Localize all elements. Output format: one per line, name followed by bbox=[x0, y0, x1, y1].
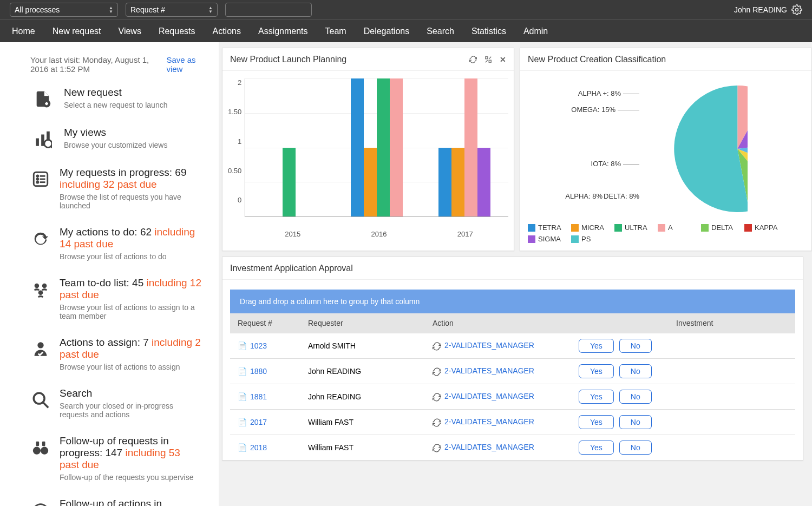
bar-sigma-2017[interactable] bbox=[477, 148, 490, 217]
no-button[interactable]: No bbox=[619, 415, 652, 429]
document-icon: 📄 bbox=[238, 443, 247, 452]
nav-assignments[interactable]: Assignments bbox=[250, 27, 317, 36]
request-link[interactable]: 2017 bbox=[250, 418, 267, 426]
nav-team[interactable]: Team bbox=[317, 27, 355, 36]
save-as-view-link[interactable]: Save as view bbox=[166, 55, 202, 74]
document-icon: 📄 bbox=[238, 418, 247, 426]
gear-icon[interactable] bbox=[791, 4, 802, 15]
bar-ultra-2016[interactable] bbox=[377, 78, 390, 216]
request-link[interactable]: 1023 bbox=[250, 341, 267, 350]
request-link[interactable]: 1880 bbox=[250, 367, 267, 376]
svg-rect-25 bbox=[486, 56, 488, 58]
svg-point-0 bbox=[796, 9, 798, 11]
pie-slice-other[interactable] bbox=[674, 86, 748, 212]
menu-followup-actions[interactable]: Follow-up of actions in progress: 181 in… bbox=[31, 498, 202, 506]
nav-views[interactable]: Views bbox=[110, 27, 150, 36]
legend-swatch-icon bbox=[744, 224, 752, 232]
menu-actions-assign[interactable]: Actions to assign: 7 including 2 past du… bbox=[31, 337, 202, 371]
action-link[interactable]: 2-VALIDATES_MANAGER bbox=[444, 443, 534, 451]
th-requester[interactable]: Requester bbox=[300, 313, 425, 333]
menu-team-todo[interactable]: Team to-do list: 45 including 12 past du… bbox=[31, 277, 202, 320]
bar-ultra-2015[interactable] bbox=[283, 148, 296, 217]
request-link[interactable]: 2018 bbox=[250, 443, 267, 452]
bar-micra-2017[interactable] bbox=[451, 148, 464, 217]
sync-icon bbox=[433, 367, 441, 376]
panel-refresh-icon[interactable] bbox=[469, 56, 477, 63]
process-select[interactable]: All processes ▲▼ bbox=[10, 3, 118, 17]
menu-sub: Follow-up of the requests you supervise bbox=[60, 473, 202, 482]
legend-item[interactable]: ULTRA bbox=[614, 224, 658, 232]
svg-point-12 bbox=[37, 181, 38, 183]
action-link[interactable]: 2-VALIDATES_MANAGER bbox=[444, 392, 534, 400]
nav-search[interactable]: Search bbox=[418, 27, 463, 36]
eye-icon bbox=[31, 499, 50, 506]
legend-swatch-icon bbox=[528, 235, 535, 243]
yes-button[interactable]: Yes bbox=[579, 441, 614, 455]
action-link[interactable]: 2-VALIDATES_MANAGER bbox=[444, 417, 534, 426]
bar-micra-2016[interactable] bbox=[364, 148, 377, 217]
legend-item[interactable]: A bbox=[658, 224, 701, 232]
yes-button[interactable]: Yes bbox=[579, 339, 614, 353]
bar-tetra-2017[interactable] bbox=[438, 148, 451, 217]
home-sidebar: Your last visit: Monday, August 1, 2016 … bbox=[0, 42, 219, 506]
top-search-input[interactable] bbox=[225, 3, 312, 17]
th-investment[interactable]: Investment bbox=[669, 313, 795, 333]
legend-item[interactable]: TETRA bbox=[528, 224, 571, 232]
requester-cell: William FAST bbox=[300, 438, 425, 457]
legend-item[interactable]: KAPPA bbox=[744, 224, 788, 232]
yes-button[interactable]: Yes bbox=[579, 390, 614, 404]
menu-new-request[interactable]: New request Select a new request to laun… bbox=[31, 87, 202, 110]
legend-item[interactable]: SIGMA bbox=[528, 235, 571, 243]
menu-sub: Select a new request to launch bbox=[64, 101, 167, 109]
my-views-icon bbox=[31, 128, 54, 150]
menu-title: Actions to assign: 7 including 2 past du… bbox=[60, 337, 202, 360]
legend-item[interactable]: MICRA bbox=[571, 224, 614, 232]
menu-my-requests[interactable]: My requests in progress: 69 including 32… bbox=[31, 167, 202, 210]
requester-cell: William FAST bbox=[300, 412, 425, 432]
document-icon: 📄 bbox=[238, 341, 247, 350]
menu-search[interactable]: Search Search your closed or in-progress… bbox=[31, 387, 202, 419]
legend-item[interactable]: PS bbox=[571, 235, 614, 243]
nav-delegations[interactable]: Delegations bbox=[355, 27, 418, 36]
legend-item[interactable]: DELTA bbox=[701, 224, 744, 232]
nav-statistics[interactable]: Statistics bbox=[463, 27, 515, 36]
bar-alpha-2016[interactable] bbox=[390, 78, 403, 216]
nav-requests[interactable]: Requests bbox=[150, 27, 204, 36]
svg-point-16 bbox=[38, 290, 43, 295]
nav-actions[interactable]: Actions bbox=[204, 27, 250, 36]
th-request[interactable]: Request # bbox=[230, 313, 300, 333]
table-row: 📄1881John READING2-VALIDATES_MANAGERYesN… bbox=[230, 384, 795, 409]
menu-followup-requests[interactable]: Follow-up of requests in progress: 147 i… bbox=[31, 435, 202, 482]
nav-new-request[interactable]: New request bbox=[44, 27, 110, 36]
yes-button[interactable]: Yes bbox=[579, 415, 614, 429]
request-select[interactable]: Request # ▲▼ bbox=[126, 3, 218, 17]
svg-point-10 bbox=[37, 179, 38, 180]
user-check-icon bbox=[31, 338, 50, 360]
menu-sub: Browse your list of actions to assign to… bbox=[60, 303, 202, 320]
panel-product-launch: New Product Launch Planning ✕ 21.5010.50… bbox=[222, 48, 514, 251]
no-button[interactable]: No bbox=[619, 441, 652, 455]
group-hint[interactable]: Drag and drop a column here to group by … bbox=[230, 290, 795, 313]
action-link[interactable]: 2-VALIDATES_MANAGER bbox=[444, 366, 534, 375]
svg-rect-2 bbox=[36, 139, 39, 146]
yes-button[interactable]: Yes bbox=[579, 364, 614, 378]
bar-alpha-2017[interactable] bbox=[464, 78, 477, 216]
legend-swatch-icon bbox=[658, 224, 665, 232]
legend-swatch-icon bbox=[571, 235, 579, 243]
nav-home[interactable]: Home bbox=[3, 27, 44, 36]
menu-sub: Browse the list of requests you have lau… bbox=[60, 193, 202, 210]
nav-admin[interactable]: Admin bbox=[515, 27, 556, 36]
menu-my-actions[interactable]: My actions to do: 62 including 14 past d… bbox=[31, 226, 202, 261]
no-button[interactable]: No bbox=[619, 390, 652, 404]
svg-point-14 bbox=[35, 284, 39, 288]
request-link[interactable]: 1881 bbox=[250, 392, 267, 401]
panel-expand-icon[interactable] bbox=[484, 56, 492, 63]
bar-tetra-2016[interactable] bbox=[351, 78, 364, 216]
no-button[interactable]: No bbox=[619, 339, 652, 353]
menu-my-views[interactable]: My views Browse your customized views bbox=[31, 127, 202, 150]
action-link[interactable]: 2-VALIDATES_MANAGER bbox=[444, 341, 534, 350]
svg-rect-23 bbox=[42, 442, 45, 446]
th-action[interactable]: Action bbox=[425, 313, 571, 333]
panel-close-icon[interactable]: ✕ bbox=[500, 55, 506, 64]
no-button[interactable]: No bbox=[619, 364, 652, 378]
